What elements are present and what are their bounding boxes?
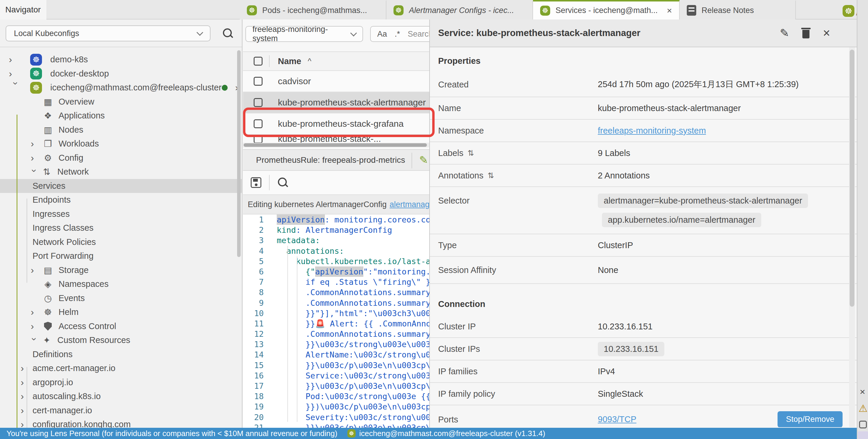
chevron-right-icon[interactable]: ›: [31, 265, 42, 276]
horizontal-scrollbar[interactable]: [243, 143, 429, 147]
row-checkbox[interactable]: [254, 77, 262, 86]
property-label: IP family policy: [438, 389, 598, 399]
namespace-select[interactable]: freeleaps-monitoring-system: [245, 26, 363, 42]
kubeconfig-select[interactable]: Local Kubeconfigs: [6, 25, 211, 41]
tree-item[interactable]: › cert-manager.io ›: [0, 404, 242, 418]
tree-item-label: docker-desktop: [50, 69, 109, 78]
line-number: 10: [243, 308, 264, 318]
tree-item[interactable]: › Network ›: [0, 165, 242, 179]
tree-item[interactable]: › Access Control ›: [0, 319, 242, 334]
service-name: cadvisor: [278, 76, 311, 86]
tree-item[interactable]: › Nodes ›: [0, 123, 242, 137]
close-icon[interactable]: ×: [823, 27, 830, 39]
service-name: kube-prometheus-stack-alertmanager: [278, 98, 426, 107]
tree-item[interactable]: › configuration.konghq.com ›: [0, 417, 242, 428]
tree-item-label: Port Forwarding: [33, 251, 93, 261]
row-checkbox[interactable]: [254, 135, 262, 143]
tab-alertmanager-configs[interactable]: ☸ Alertmanager Configs - icec...: [386, 0, 533, 20]
sort-toggle-icon[interactable]: ⇅: [467, 148, 474, 158]
edit-pencil-icon[interactable]: ✎: [419, 154, 428, 166]
row-checkbox[interactable]: [254, 120, 262, 128]
chevron-right-icon[interactable]: ›: [9, 68, 30, 79]
chevron-right-icon[interactable]: ›: [31, 153, 42, 163]
property-row-type: Type ClusterIP: [430, 234, 857, 257]
search-icon[interactable]: [222, 28, 234, 39]
sort-toggle-icon[interactable]: ⇅: [488, 171, 494, 180]
license-status-text: You're using Lens Personal (for individu…: [6, 429, 337, 438]
active-cluster-guide-line: [17, 114, 18, 428]
tree-item[interactable]: › acme.cert-manager.io ›: [0, 361, 242, 375]
name-column-header[interactable]: Name: [278, 57, 301, 66]
tree-item[interactable]: › icecheng@mathmast.com@freeleaps-cluste…: [0, 81, 242, 95]
code-key: metadata:: [277, 235, 320, 245]
close-icon[interactable]: ×: [860, 386, 865, 397]
tree-item[interactable]: › argoproj.io ›: [0, 375, 242, 390]
tree-item-label: Ingresses: [33, 209, 70, 219]
code-value: if eq .Status \"firing\" }}🚨: [277, 277, 445, 287]
tree-item-icon: [42, 293, 53, 303]
tree-item[interactable]: › Applications ›: [0, 109, 242, 123]
tree-item-icon: [42, 97, 53, 107]
tree-item-label: Applications: [59, 111, 105, 121]
tree-item[interactable]: › Workloads ›: [0, 137, 242, 151]
tree-item[interactable]: › Endpoints ›: [0, 193, 242, 207]
save-icon[interactable]: [251, 177, 261, 188]
search-icon[interactable]: [277, 177, 288, 188]
edit-pencil-icon[interactable]: ✎: [780, 27, 789, 40]
notification-box-icon[interactable]: [859, 421, 867, 428]
tree-item-label: Config: [59, 153, 83, 163]
line-number: 19: [243, 402, 264, 412]
tree-item[interactable]: › Events ›: [0, 291, 242, 305]
line-number: 20: [243, 412, 264, 423]
chevron-right-icon[interactable]: ›: [31, 307, 42, 317]
tree-item[interactable]: › autoscaling.k8s.io ›: [0, 390, 242, 404]
warning-icon[interactable]: ⚠: [859, 402, 867, 414]
delete-trash-icon[interactable]: [802, 28, 810, 38]
namespace-link[interactable]: freeleaps-monitoring-system: [598, 126, 706, 136]
match-case-toggle[interactable]: Aa: [377, 30, 387, 39]
code-value: Pod:\u003c/strong\u003e {{ .Co: [277, 391, 450, 402]
tree-item[interactable]: › Storage ›: [0, 263, 242, 277]
tree-item[interactable]: › Custom Resources ›: [0, 333, 242, 347]
tree-item-label: Storage: [59, 265, 89, 275]
tab-pods[interactable]: ☸ Pods - icecheng@mathmas...: [240, 0, 386, 20]
tree-item[interactable]: › Config ›: [0, 151, 242, 165]
tree-item[interactable]: › docker-desktop ›: [0, 67, 242, 81]
stop-remove-button[interactable]: Stop/Remove: [778, 411, 843, 427]
chevron-right-icon[interactable]: ›: [10, 82, 21, 103]
tree-item[interactable]: › Port Forwarding ›: [0, 249, 242, 263]
tree-item[interactable]: › Definitions ›: [0, 347, 242, 362]
tab-release-notes[interactable]: Release Notes: [680, 0, 796, 20]
code-value: AlertName:\u003c/strong\u003e: [277, 349, 445, 360]
tree-item[interactable]: › Ingress Classes ›: [0, 221, 242, 235]
chevron-right-icon[interactable]: ›: [31, 321, 42, 332]
tree-item[interactable]: › Overview ›: [0, 95, 242, 109]
line-number: 4: [243, 246, 264, 256]
chevron-right-icon[interactable]: ›: [31, 138, 42, 149]
regex-toggle[interactable]: .*: [395, 30, 400, 39]
service-name: kube-prometheus-stack-...: [278, 135, 381, 143]
sort-ascending-icon[interactable]: ^: [308, 57, 311, 66]
tree-item[interactable]: › Ingresses ›: [0, 207, 242, 221]
chevron-right-icon[interactable]: ›: [9, 54, 30, 65]
tree-item[interactable]: › Services ›: [0, 179, 242, 193]
tree-item-label: Namespaces: [59, 279, 108, 289]
right-edge-strip: × ⚠: [857, 0, 868, 439]
tree-item-icon: [42, 265, 53, 275]
row-checkbox[interactable]: [254, 98, 262, 107]
port-link[interactable]: 9093/TCP: [598, 414, 637, 424]
tree-item[interactable]: › Helm ›: [0, 305, 242, 319]
scrollbar-thumb[interactable]: [244, 143, 427, 147]
tree-item[interactable]: › demo-k8s ›: [0, 53, 242, 67]
tree-item[interactable]: › Namespaces ›: [0, 277, 242, 291]
select-all-checkbox[interactable]: [254, 57, 262, 66]
drawer-scrollbar[interactable]: [850, 49, 855, 307]
close-icon[interactable]: ×: [664, 6, 672, 16]
tree-item[interactable]: › Network Policies ›: [0, 235, 242, 249]
sidebar-scrollbar[interactable]: [237, 50, 241, 257]
tab-services-active[interactable]: ☸ Services - icecheng@math... ×: [533, 0, 680, 20]
kubernetes-icon: ☸: [394, 5, 404, 15]
chevron-right-icon[interactable]: ›: [29, 338, 40, 348]
chevron-right-icon[interactable]: ›: [29, 169, 40, 180]
cluster-tree: › demo-k8s › › docker-desktop ›: [0, 48, 242, 428]
